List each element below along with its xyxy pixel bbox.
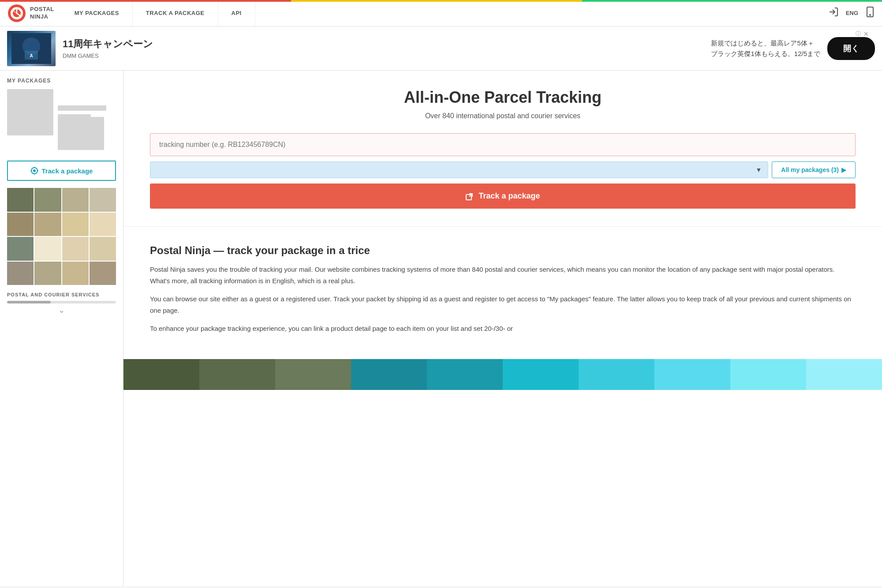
carrier-dropdown[interactable]: ▼	[150, 161, 768, 178]
nav-links: MY PACKAGES TRACK A PACKAGE API	[61, 0, 821, 26]
track-btn-label: Track a package	[478, 191, 540, 201]
main-layout: MY PACKAGES Track a package	[0, 71, 882, 586]
nav-track-package[interactable]: TRACK A PACKAGE	[133, 0, 218, 26]
all-packages-label: All my packages (3)	[781, 166, 839, 173]
info-title: Postal Ninja — track your package in a t…	[150, 244, 856, 257]
mosaic-cell	[7, 213, 34, 236]
tracking-section: All-in-One Parcel Tracking Over 840 inte…	[123, 71, 882, 227]
tracking-row: ▼ All my packages (3) ▶	[150, 161, 856, 178]
ad-close-area: ⓘ ✕	[856, 30, 869, 37]
info-paragraph-3: To enhance your package tracking experie…	[150, 323, 856, 334]
color-cell-5	[427, 359, 503, 390]
mosaic-cell	[7, 262, 34, 285]
nav-api[interactable]: API	[218, 0, 255, 26]
tracking-number-input[interactable]	[150, 133, 856, 156]
package-line-1	[58, 105, 106, 111]
chevron-down-icon: ⌄	[58, 305, 65, 315]
ad-open-button[interactable]: 開く	[827, 37, 875, 60]
main-subtitle: Over 840 international postal and courie…	[150, 112, 856, 120]
top-navigation: POSTALNINJA MY PACKAGES TRACK A PACKAGE …	[0, 0, 882, 26]
mosaic-cell	[90, 213, 116, 236]
package-thumbnail	[7, 89, 53, 135]
sidebar-scroll-down[interactable]: ⌄	[7, 303, 116, 317]
nav-color-bar	[0, 0, 882, 2]
sidebar: MY PACKAGES Track a package	[0, 71, 123, 586]
color-cell-7	[579, 359, 654, 390]
ad-subtitle: DMM GAMES	[63, 52, 704, 59]
sidebar-track-button[interactable]: Track a package	[7, 161, 116, 181]
arrow-right-icon: ▶	[841, 166, 846, 173]
color-cell-8	[654, 359, 730, 390]
logo-icon	[7, 4, 26, 23]
ad-close-icon[interactable]: ✕	[863, 30, 869, 37]
ad-title: 11周年キャンペーン	[63, 37, 704, 51]
sidebar-mosaic	[7, 188, 116, 285]
color-cell-4	[351, 359, 427, 390]
svg-text:A: A	[30, 53, 33, 58]
mosaic-cell	[90, 188, 116, 212]
info-paragraph-2: You can browse our site either as a gues…	[150, 293, 856, 316]
package-placeholder-row	[7, 89, 116, 135]
all-packages-button[interactable]: All my packages (3) ▶	[772, 161, 856, 178]
nav-right-controls: ENG	[821, 0, 882, 26]
color-cell-1	[123, 359, 199, 390]
logo-text: POSTALNINJA	[30, 6, 54, 21]
mosaic-cell	[62, 237, 89, 261]
sidebar-my-packages-title: MY PACKAGES	[7, 78, 116, 84]
mosaic-cell	[34, 262, 61, 285]
mosaic-cell	[90, 237, 116, 261]
mosaic-cell	[62, 262, 89, 285]
ad-description: 新規ではじめると、最高レア5体＋ ブラック英傑1体もらえる。12/5まで	[711, 38, 820, 59]
language-selector[interactable]: ENG	[846, 10, 858, 16]
sidebar-services-title: POSTAL AND COURIER SERVICES	[7, 292, 116, 297]
color-cell-10	[806, 359, 882, 390]
track-icon	[30, 167, 38, 175]
sidebar-track-label: Track a package	[42, 167, 93, 175]
color-cell-3	[275, 359, 351, 390]
color-cell-6	[503, 359, 579, 390]
mosaic-cell	[90, 262, 116, 285]
color-cell-2	[199, 359, 275, 390]
mobile-icon[interactable]	[865, 7, 875, 19]
ad-image: A	[7, 31, 56, 66]
main-content: All-in-One Parcel Tracking Over 840 inte…	[123, 71, 882, 586]
ad-banner: A 11周年キャンペーン DMM GAMES 新規ではじめると、最高レア5体＋ …	[0, 26, 882, 71]
tracking-input-wrapper	[150, 133, 856, 156]
nav-my-packages[interactable]: MY PACKAGES	[61, 0, 133, 26]
track-main-button[interactable]: Track a package	[150, 184, 856, 209]
mosaic-cell	[34, 213, 61, 236]
mosaic-cell	[7, 188, 34, 212]
mosaic-cell	[62, 188, 89, 212]
svg-point-5	[870, 15, 871, 15]
main-title: All-in-One Parcel Tracking	[150, 88, 856, 107]
ad-info-icon[interactable]: ⓘ	[856, 30, 861, 37]
svg-point-11	[33, 169, 36, 172]
package-info-lines	[58, 89, 106, 135]
color-cell-9	[730, 359, 806, 390]
color-palette-strip	[123, 359, 882, 390]
mosaic-cell	[34, 188, 61, 212]
login-icon[interactable]	[828, 7, 839, 19]
logo-link[interactable]: POSTALNINJA	[0, 0, 61, 26]
info-section: Postal Ninja — track your package in a t…	[123, 227, 882, 359]
mosaic-cell	[7, 237, 34, 261]
package-line-2	[58, 114, 91, 120]
mosaic-cell	[62, 213, 89, 236]
ad-content: 11周年キャンペーン DMM GAMES	[63, 37, 704, 59]
info-paragraph-1: Postal Ninja saves you the trouble of tr…	[150, 264, 856, 286]
mosaic-cell	[34, 237, 61, 261]
external-link-icon	[465, 192, 474, 201]
chevron-down-icon: ▼	[755, 166, 762, 173]
